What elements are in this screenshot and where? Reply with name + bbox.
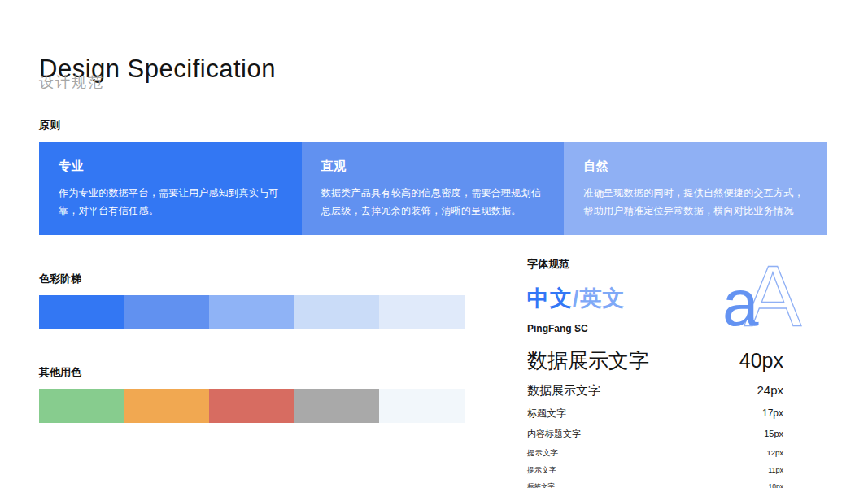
size-row: 提示文字 11px bbox=[527, 465, 783, 476]
size-row-value: 40px bbox=[739, 349, 783, 373]
size-row-label: 提示文字 bbox=[527, 465, 556, 476]
principle-card-professional: 专业 作为专业的数据平台，需要让用户感知到真实与可靠，对平台有信任感。 bbox=[39, 142, 302, 235]
other-swatch-gray bbox=[294, 389, 380, 423]
size-row-label: 标题文字 bbox=[527, 407, 566, 420]
color-ramp-label: 色彩阶梯 bbox=[39, 272, 81, 286]
principle-card-title: 直观 bbox=[321, 159, 545, 174]
ramp-swatch-4 bbox=[294, 295, 380, 329]
size-row: 标题文字 17px bbox=[527, 407, 783, 420]
principle-card-title: 自然 bbox=[583, 159, 807, 174]
font-specimen: a A bbox=[722, 252, 801, 338]
size-row-label: 内容标题文字 bbox=[527, 428, 581, 440]
language-secondary: /英文 bbox=[573, 286, 626, 311]
ramp-swatch-1 bbox=[39, 295, 124, 329]
ramp-swatch-5 bbox=[379, 295, 465, 329]
other-colors-row bbox=[39, 389, 465, 423]
ramp-swatch-2 bbox=[124, 295, 210, 329]
principle-card-body: 作为专业的数据平台，需要让用户感知到真实与可靠，对平台有信任感。 bbox=[59, 185, 282, 220]
size-row: 标签文字 10px bbox=[527, 482, 783, 488]
size-row-label: 标签文字 bbox=[527, 482, 555, 488]
specimen-lowercase-a: a bbox=[722, 271, 759, 336]
other-swatch-green bbox=[39, 389, 124, 423]
other-swatch-orange bbox=[124, 389, 210, 423]
size-row-value: 11px bbox=[768, 466, 783, 474]
size-row-value: 10px bbox=[769, 482, 783, 488]
font-size-list: 数据展示文字 40px 数据展示文字 24px 标题文字 17px 内容标题文字… bbox=[527, 347, 783, 488]
principles-cards: 专业 作为专业的数据平台，需要让用户感知到真实与可靠，对平台有信任感。 直观 数… bbox=[39, 142, 827, 235]
other-swatch-red bbox=[209, 389, 294, 423]
principle-card-natural: 自然 准确呈现数据的同时，提供自然便捷的交互方式，帮助用户精准定位异常数据，横向… bbox=[564, 142, 827, 235]
size-row: 内容标题文字 15px bbox=[527, 428, 783, 440]
size-row-label: 提示文字 bbox=[527, 448, 558, 459]
language-primary: 中文 bbox=[527, 286, 573, 311]
design-spec-page: Design Specification 设计规范 原则 专业 作为专业的数据平… bbox=[0, 0, 868, 488]
principle-card-body: 数据类产品具有较高的信息密度，需要合理规划信息层级，去掉冗余的装饰，清晰的呈现数… bbox=[321, 185, 545, 220]
other-colors-label: 其他用色 bbox=[39, 365, 81, 380]
size-row-label: 数据展示文字 bbox=[527, 347, 649, 374]
size-row-value: 12px bbox=[766, 448, 783, 457]
ramp-swatch-3 bbox=[209, 295, 294, 329]
size-row-value: 17px bbox=[762, 407, 783, 419]
size-row: 提示文字 12px bbox=[527, 448, 783, 459]
principle-card-intuitive: 直观 数据类产品具有较高的信息密度，需要合理规划信息层级，去掉冗余的装饰，清晰的… bbox=[302, 142, 565, 235]
principle-card-body: 准确呈现数据的同时，提供自然便捷的交互方式，帮助用户精准定位异常数据，横向对比业… bbox=[583, 185, 807, 220]
page-subtitle: 设计规范 bbox=[39, 72, 104, 92]
typography-section: 字体规范 中文/英文 PingFang SC a A 数据展示文字 40px 数… bbox=[527, 257, 783, 488]
size-row-value: 15px bbox=[764, 429, 783, 438]
other-swatch-light bbox=[379, 389, 465, 423]
principle-card-title: 专业 bbox=[59, 159, 282, 174]
size-row: 数据展示文字 40px bbox=[527, 347, 783, 374]
principles-label: 原则 bbox=[39, 118, 60, 133]
color-ramp-row bbox=[39, 295, 465, 329]
size-row: 数据展示文字 24px bbox=[527, 383, 783, 399]
size-row-value: 24px bbox=[757, 383, 783, 397]
size-row-label: 数据展示文字 bbox=[527, 383, 600, 399]
